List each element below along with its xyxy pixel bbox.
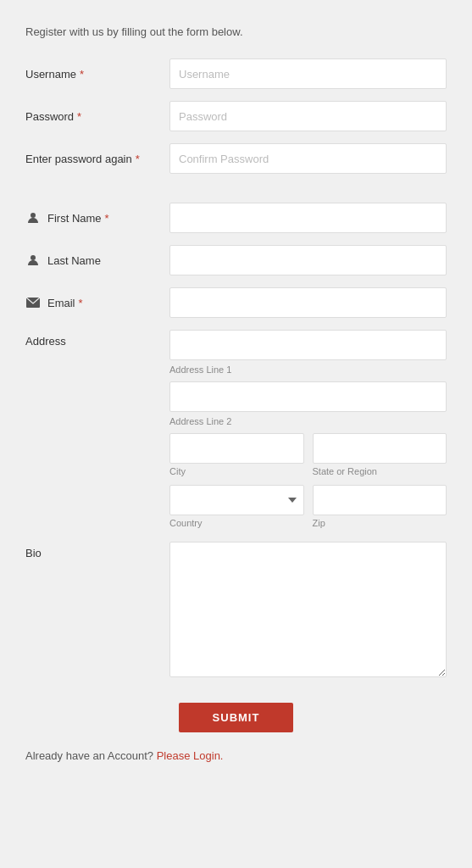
address-block: Address Line 1 Address Line 2 City State… <box>169 330 447 530</box>
state-label: State or Region <box>313 466 447 476</box>
country-col: United States Canada United Kingdom Coun… <box>169 485 304 528</box>
address-line1-input[interactable] <box>169 330 447 360</box>
submit-area: SUBMIT <box>25 703 447 732</box>
confirm-password-label: Enter password again* <box>25 153 169 165</box>
person-icon-2 <box>25 253 41 268</box>
last-name-input[interactable] <box>169 245 447 275</box>
login-text: Already have an Account? Please Login. <box>25 749 447 762</box>
bio-label: Bio <box>25 542 169 559</box>
password-label: Password* <box>25 110 169 123</box>
password-group: Password* <box>25 101 447 131</box>
envelope-icon <box>25 295 41 310</box>
confirm-password-group: Enter password again* <box>25 143 447 174</box>
username-label: Username* <box>25 68 169 81</box>
country-label: Country <box>169 518 304 528</box>
zip-label: Zip <box>313 518 447 528</box>
login-link[interactable]: Please Login. <box>157 749 224 762</box>
city-label: City <box>169 466 304 476</box>
intro-text: Register with us by filling out the form… <box>25 25 447 38</box>
country-select[interactable]: United States Canada United Kingdom <box>169 485 304 515</box>
email-input[interactable] <box>169 287 447 318</box>
submit-button[interactable]: SUBMIT <box>179 703 294 732</box>
address-group: Address Address Line 1 Address Line 2 Ci… <box>25 330 447 530</box>
email-label: Email* <box>25 295 169 310</box>
zip-col: Zip <box>313 485 447 528</box>
first-name-group: First Name* <box>25 203 447 233</box>
zip-input[interactable] <box>313 485 447 515</box>
email-group: Email* <box>25 287 447 318</box>
bio-group: Bio <box>25 542 447 677</box>
city-input[interactable] <box>169 433 304 464</box>
last-name-label: Last Name <box>25 253 169 268</box>
address-line2-label: Address Line 2 <box>169 416 447 426</box>
city-col: City <box>169 433 304 476</box>
divider <box>25 186 447 203</box>
first-name-input[interactable] <box>169 203 447 233</box>
bio-textarea[interactable] <box>169 542 447 677</box>
confirm-password-input[interactable] <box>169 143 447 174</box>
svg-point-0 <box>31 213 36 218</box>
person-icon <box>25 210 41 225</box>
address-label: Address <box>25 330 169 348</box>
svg-point-1 <box>31 255 36 260</box>
username-group: Username* <box>25 58 447 89</box>
page-wrapper: Register with us by filling out the form… <box>0 0 472 868</box>
address-line1-label: Address Line 1 <box>169 364 447 375</box>
state-input[interactable] <box>313 433 447 464</box>
first-name-label: First Name* <box>25 210 169 225</box>
password-input[interactable] <box>169 101 447 131</box>
last-name-group: Last Name <box>25 245 447 275</box>
address-line2-input[interactable] <box>169 381 447 412</box>
state-col: State or Region <box>313 433 447 476</box>
username-input[interactable] <box>169 58 447 89</box>
